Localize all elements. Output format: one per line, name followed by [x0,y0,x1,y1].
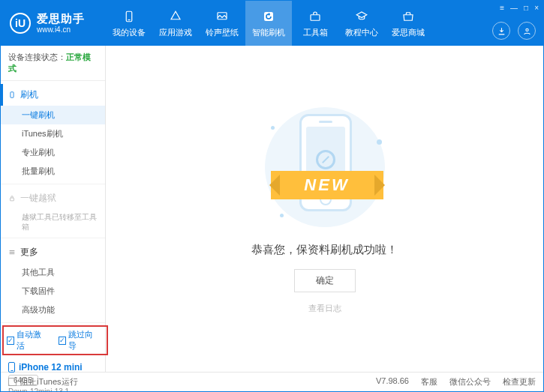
sidebar-section-flash[interactable]: 刷机 [1,84,105,106]
refresh-icon [261,9,276,24]
lock-icon [8,195,16,202]
nav-store[interactable]: 爱思商城 [385,1,431,46]
device-name[interactable]: iPhone 12 mini [8,362,98,373]
view-log-link[interactable]: 查看日志 [308,303,341,314]
check-update-link[interactable]: 检查更新 [503,376,536,388]
checkbox-row: ✓ 自动激活 ✓ 跳过向导 [1,323,105,358]
nav-label: 工具箱 [303,27,328,38]
sidebar-item-download-firmware[interactable]: 下载固件 [1,282,105,301]
nav-device[interactable]: 我的设备 [106,1,152,46]
more-icon [8,249,16,256]
sidebar-item-oneclick-flash[interactable]: 一键刷机 [1,106,105,124]
sidebar-section-jailbreak[interactable]: 一键越狱 [1,187,105,209]
checkbox-icon: ✓ [59,337,66,345]
app-name: 爱思助手 [37,13,85,25]
new-badge: NEW [271,171,383,199]
app-url: www.i4.cn [37,25,85,34]
main-content: NEW 恭喜您，保资料刷机成功啦！ 确定 查看日志 [106,46,543,372]
nav-label: 教程中心 [345,27,378,38]
sidebar-item-batch-flash[interactable]: 批量刷机 [1,162,105,181]
checkbox-auto-activate[interactable]: ✓ 自动激活 [7,329,48,352]
connection-status: 设备连接状态：正常模式 [1,46,105,81]
nav-label: 我的设备 [113,27,146,38]
user-icon[interactable] [518,22,536,40]
store-icon [401,9,416,24]
success-message: 恭喜您，保资料刷机成功啦！ [251,243,398,257]
block-itunes-label: 阻止iTunes运行 [20,376,78,388]
service-link[interactable]: 客服 [421,376,437,388]
sidebar-item-itunes-flash[interactable]: iTunes刷机 [1,124,105,143]
sidebar-item-pro-flash[interactable]: 专业刷机 [1,143,105,162]
sidebar-section-more[interactable]: 更多 [1,241,105,263]
education-icon [354,9,369,24]
download-icon[interactable] [492,22,510,40]
nav-apps[interactable]: 应用游戏 [152,1,199,46]
maximize-button[interactable]: □ [524,4,528,12]
nav-label: 铃声壁纸 [206,27,239,38]
svg-rect-6 [11,92,14,98]
logo-icon: iU [10,13,31,34]
nav-label: 智能刷机 [252,27,285,38]
nav-label: 爱思商城 [392,27,425,38]
status-bar: 阻止iTunes运行 V7.98.66 客服 微信公众号 检查更新 [1,372,543,391]
nav-flash[interactable]: 智能刷机 [245,1,292,46]
jailbreak-note: 越狱工具已转移至工具箱 [1,209,105,235]
nav-edu[interactable]: 教程中心 [338,1,385,46]
sidebar: 设备连接状态：正常模式 刷机 一键刷机 iTunes刷机 专业刷机 批量刷机 一… [1,46,106,372]
phone-small-icon [8,91,16,99]
minimize-button[interactable]: — [510,4,518,12]
nav-toolbox[interactable]: 工具箱 [292,1,338,46]
nav-ring[interactable]: 铃声壁纸 [199,1,245,46]
svg-rect-7 [11,198,14,201]
device-phone-icon [8,362,15,373]
sidebar-item-other-tools[interactable]: 其他工具 [1,263,105,282]
checkbox-block-itunes[interactable] [8,378,17,386]
phone-icon [122,9,137,24]
checkbox-icon: ✓ [7,337,14,345]
close-button[interactable]: × [534,4,539,12]
toolbox-icon [308,9,323,24]
nav-label: 应用游戏 [159,27,192,38]
title-menu-icon[interactable]: ≡ [500,4,504,12]
wechat-link[interactable]: 微信公众号 [449,376,491,388]
apps-icon [168,9,183,24]
svg-rect-4 [311,14,320,20]
checkbox-skip-guide[interactable]: ✓ 跳过向导 [59,329,100,352]
logo-block: iU 爱思助手 www.i4.cn [1,13,106,34]
ok-button[interactable]: 确定 [294,269,356,292]
success-illustration: NEW [257,103,392,231]
sidebar-item-advanced[interactable]: 高级功能 [1,301,105,319]
title-bar: iU 爱思助手 www.i4.cn 我的设备 应用游戏 铃声壁纸 智能刷机 [1,1,543,46]
wallpaper-icon [215,9,230,24]
svg-point-5 [525,28,527,31]
version-label: V7.98.66 [376,376,409,388]
